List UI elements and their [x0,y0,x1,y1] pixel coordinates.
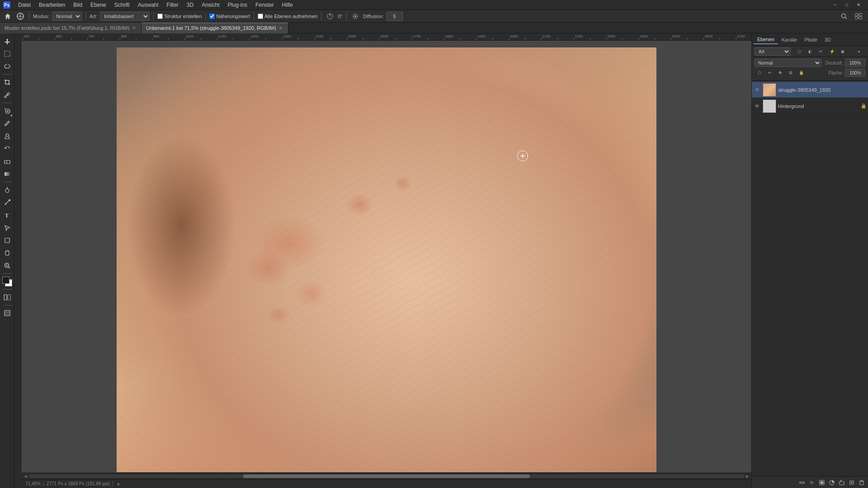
alle-ebenen-checkbox-label[interactable]: Alle Ebenen aufnehmen [258,14,317,19]
zoom-tool[interactable] [1,260,13,272]
menu-ebene[interactable]: Ebene [87,1,110,9]
window-minimize[interactable]: ─ [830,0,840,10]
layer-visibility-1[interactable]: 👁 [754,86,761,94]
path-selection-tool[interactable] [1,222,13,234]
layer-item-hintergrund[interactable]: 👁 Hintergrund 🔒 [752,98,868,114]
delete-layer-btn[interactable] [857,478,866,487]
filter-type-dropdown[interactable]: Art [755,47,791,56]
panel-tab-ebenen[interactable]: Ebenen [754,35,778,44]
menu-datei[interactable]: Datei [14,1,34,9]
new-group-btn[interactable] [837,478,846,487]
menubar: Ps Datei Bearbeiten Bild Ebene Schrift A… [0,0,868,10]
filter-mode-icon[interactable]: ◐ [805,47,815,56]
selection-tool[interactable] [1,48,13,60]
window-maximize[interactable]: □ [842,0,852,10]
brush-tool[interactable] [1,117,13,129]
layer-visibility-2[interactable]: 👁 [754,103,761,110]
menu-fenster[interactable]: Fenster [252,1,278,9]
clone-stamp-tool[interactable] [1,130,13,142]
main-area: T [0,33,868,488]
naherungswert-label: Näherungswert [216,14,250,19]
pen-tool[interactable] [1,197,13,208]
lasso-tool[interactable] [1,61,13,72]
modus-dropdown[interactable]: Normal [52,12,82,21]
healing-brush-icon[interactable] [15,11,25,21]
blend-mode-dropdown[interactable]: Normal [755,59,821,67]
scroll-thumb-h[interactable] [243,474,530,478]
eyedropper-tool[interactable] [1,89,13,101]
lock-all-icon[interactable]: 🔒 [796,68,806,77]
filter-smart-icon[interactable]: ⚡ [827,47,837,56]
separator6 [321,12,321,20]
struktur-checkbox[interactable] [157,14,163,19]
foreground-background-swatches[interactable] [1,276,13,287]
filter-selected-icon[interactable]: ◉ [838,47,848,56]
naherungswert-checkbox[interactable] [209,14,215,19]
svg-rect-26 [5,160,10,164]
canvas-area[interactable]: // Ruler ticks will be drawn via JS belo… [14,33,751,488]
arrange-icon[interactable] [854,11,863,21]
panel-tab-3d[interactable]: 3D [821,36,835,44]
lock-transparent-icon[interactable]: ⬡ [755,68,764,77]
panel-tab-pfade[interactable]: Pfade [801,36,821,44]
angle-icon[interactable] [325,11,335,21]
menu-3d[interactable]: 3D [183,1,197,9]
gradient-tool[interactable] [1,168,13,180]
horizontal-scrollbar[interactable]: ◀ ▶ [22,473,751,479]
add-layer-style-btn[interactable]: fx [807,478,816,487]
search-icon[interactable] [839,11,849,21]
lock-move-icon[interactable]: ✥ [775,68,785,77]
tab-main-close[interactable]: ✕ [278,26,283,31]
lock-artboard-icon[interactable]: ⊞ [786,68,796,77]
status-arrow[interactable]: ▶ [116,481,122,487]
lock-brush-icon[interactable]: ✏ [765,68,775,77]
screen-mode-tool[interactable] [1,307,13,319]
history-brush-tool[interactable] [1,143,13,155]
quick-mask-tool[interactable] [1,291,13,303]
menu-ansicht[interactable]: Ansicht [198,1,223,9]
home-tool-icon[interactable] [3,11,13,21]
struktur-checkbox-label[interactable]: Struktur erstellen [157,14,202,19]
menu-schrift[interactable]: Schrift [111,1,133,9]
new-layer-btn[interactable] [847,478,856,487]
tab-pattern[interactable]: Muster erstellen.psdc bei 15,7% (Farbfül… [0,23,142,33]
window-close[interactable]: ✕ [854,0,863,10]
menu-bearbeiten[interactable]: Bearbeiten [35,1,69,9]
filter-attr-icon[interactable]: ✏ [816,47,826,56]
naherungswert-checkbox-label[interactable]: Näherungswert [209,14,250,19]
alle-ebenen-checkbox[interactable] [258,14,263,19]
canvas-content[interactable] [22,41,751,479]
panel-tab-kanale[interactable]: Kanäle [778,36,801,44]
text-tool[interactable]: T [1,209,13,221]
eraser-tool[interactable] [1,155,13,167]
opacity-label: Deckraft: [825,61,843,66]
menu-filter[interactable]: Filter [163,1,182,9]
layer-item-struggle[interactable]: 👁 struggle-3805349_1920 [752,82,868,98]
spot-healing-tool[interactable] [1,105,13,117]
menu-hilfe[interactable]: Hilfe [278,1,297,9]
hand-tool[interactable] [1,247,13,259]
fill-input[interactable]: 100% [845,69,865,77]
dodge-tool[interactable] [1,184,13,196]
canvas-image[interactable] [117,47,656,472]
new-adjustment-btn[interactable] [827,478,836,487]
svg-text:1150: 1150 [218,34,226,38]
filter-toggle[interactable]: ● [853,47,865,56]
link-layers-btn[interactable] [797,478,807,487]
menu-auswahl[interactable]: Auswahl [134,1,162,9]
tab-pattern-close[interactable]: ✕ [131,25,137,30]
move-tool[interactable] [1,35,13,47]
diffusion-input[interactable]: 5 [387,12,403,21]
tab-main[interactable]: Unbenannt-1 bei 71,5% (struggle-3805349_… [142,23,288,33]
menu-bild[interactable]: Bild [70,1,86,9]
menu-plugins[interactable]: Plug-ins [224,1,251,9]
filter-kind-icon[interactable]: ⬡ [794,47,804,56]
opacity-input[interactable]: 100% [845,59,865,67]
statusbar: 71,45% 2771 Px x 1869 Px (182,88 ppi) ▶ [22,479,751,488]
diffusion-icon[interactable] [350,11,360,21]
crop-tool[interactable] [1,76,13,88]
art-dropdown[interactable]: Inhaltsbasiert [100,12,150,21]
scroll-track-h[interactable] [28,474,745,478]
shape-tool[interactable] [1,235,13,246]
add-mask-btn[interactable] [817,478,826,487]
